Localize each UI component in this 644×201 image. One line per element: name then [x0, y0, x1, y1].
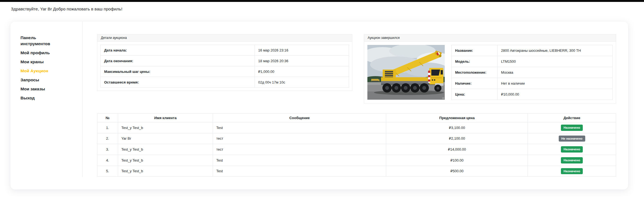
detail-value: Москва [497, 67, 613, 78]
detail-label: Наличие: [452, 78, 497, 89]
client-name: Test_y Test_b [118, 122, 213, 133]
client-name: Test_y Test_b [118, 155, 213, 166]
detail-row: Дата начала: 16 мар 2026 23:16 [101, 45, 349, 56]
sidebar-item-my-profile[interactable]: Мой профиль [21, 50, 66, 56]
detail-value: 18 мар 2026 20:36 [254, 56, 349, 66]
auction-details-panel: Детали аукциона Дата начала: 16 мар 2026… [97, 34, 352, 91]
detail-value: ₽10,000.00 [497, 89, 613, 100]
bid-message: тест [213, 144, 386, 155]
top-bar [0, 0, 644, 2]
detail-value: 2800 Автокраны шоссейные, LIEBHERR, 300 … [497, 45, 613, 56]
table-row: 2. Yar Br тест ₽2,100.00 Не назначено [97, 133, 616, 144]
sidebar-item-dashboard[interactable]: Панель инструментов [21, 35, 66, 47]
sidebar-item-my-cranes[interactable]: Мои краны [21, 59, 66, 65]
sidebar-item-requests[interactable]: Запросы [21, 77, 66, 83]
assign-status-button[interactable]: Назначено [561, 168, 583, 174]
offered-price: ₽3,100.00 [386, 122, 528, 133]
detail-value: 02д 00ч 17м 10с [254, 77, 349, 88]
table-row: 4. Test_y Test_b Test ₽100.00 Назначено [97, 155, 616, 166]
sidebar-item-logout[interactable]: Выход [21, 95, 66, 101]
row-number: 5. [97, 166, 118, 177]
detail-label: Цена: [452, 89, 497, 100]
detail-row: Название: 2800 Автокраны шоссейные, LIEB… [452, 45, 613, 56]
row-number: 4. [97, 155, 118, 166]
assign-status-button[interactable]: Назначено [561, 146, 583, 153]
sidebar-nav: Панель инструментов Мой профиль Мои кран… [10, 22, 83, 177]
detail-value: ₽1,000.00 [254, 66, 349, 77]
offered-price: ₽14,000.00 [386, 144, 528, 155]
profile-card: Панель инструментов Мой профиль Мои кран… [10, 22, 628, 189]
table-row: 5. Test_y Test_b Test ₽500.00 Назначено [97, 166, 616, 177]
row-number: 3. [97, 144, 118, 155]
bid-message: Test [213, 122, 386, 133]
column-header-price: Предложенная цена [386, 114, 528, 122]
row-number: 2. [97, 133, 118, 144]
column-header-client: Имя клиента [118, 114, 213, 122]
offered-price: ₽2,100.00 [386, 133, 528, 144]
detail-label: Модель: [452, 56, 497, 67]
assign-status-button[interactable]: Назначено [561, 157, 583, 163]
bid-message: Test [213, 155, 386, 166]
sidebar-item-my-auction[interactable]: Мой Аукцион [21, 68, 66, 74]
table-row: 1. Test_y Test_b Test ₽3,100.00 Назначен… [97, 122, 616, 133]
client-name: Test_y Test_b [118, 166, 213, 177]
detail-label: Оставшееся время: [101, 77, 255, 88]
assign-status-button[interactable]: Назначено [561, 125, 583, 131]
offered-price: ₽500.00 [386, 166, 528, 177]
greeting-text: Здравствуйте, Yar Br Добро пожаловать в … [11, 7, 644, 12]
detail-row: Наличие: Нет в наличии [452, 78, 613, 89]
detail-row: Оставшееся время: 02д 00ч 17м 10с [101, 77, 349, 88]
column-header-action: Действие [528, 114, 616, 122]
detail-label: Дата начала: [101, 45, 255, 56]
main-content: Детали аукциона Дата начала: 16 мар 2026… [83, 22, 628, 189]
crane-image [367, 45, 445, 100]
detail-label: Местоположение: [452, 67, 497, 78]
row-number: 1. [97, 122, 118, 133]
assign-status-button[interactable]: Не назначено [559, 136, 585, 142]
detail-row: Цена: ₽10,000.00 [452, 89, 613, 100]
client-name: Yar Br [118, 133, 213, 144]
detail-row: Местоположение: Москва [452, 67, 613, 78]
detail-label: Максимальный шаг цены: [101, 66, 255, 77]
detail-row: Дата окончания: 18 мар 2026 20:36 [101, 56, 349, 66]
bids-table-header: № Имя клиента Сообщение Предложенная цен… [97, 114, 616, 122]
detail-label: Название: [452, 45, 497, 56]
column-header-message: Сообщение [213, 114, 386, 122]
auction-details-title: Детали аукциона [97, 35, 352, 42]
detail-value: LTM1500 [497, 56, 613, 67]
bid-message: тест [213, 133, 386, 144]
bids-table: № Имя клиента Сообщение Предложенная цен… [97, 113, 616, 177]
bid-message: Test [213, 166, 386, 177]
detail-value: Нет в наличии [497, 78, 613, 89]
detail-label: Дата окончания: [101, 56, 255, 66]
offered-price: ₽100.00 [386, 155, 528, 166]
detail-row: Максимальный шаг цены: ₽1,000.00 [101, 66, 349, 77]
detail-row: Модель: LTM1500 [452, 56, 613, 67]
client-name: Test_y Test_b [118, 144, 213, 155]
auction-status-panel: Аукцион завершился [364, 34, 616, 104]
auction-details-table: Дата начала: 16 мар 2026 23:16 Дата окон… [100, 45, 349, 88]
auction-status-title: Аукцион завершился [364, 35, 616, 42]
detail-value: 16 мар 2026 23:16 [254, 45, 349, 56]
sidebar-item-my-orders[interactable]: Мои заказы [21, 86, 66, 92]
table-row: 3. Test_y Test_b тест ₽14,000.00 Назначе… [97, 144, 616, 155]
product-details-table: Название: 2800 Автокраны шоссейные, LIEB… [451, 45, 613, 100]
column-header-number: № [97, 114, 118, 122]
